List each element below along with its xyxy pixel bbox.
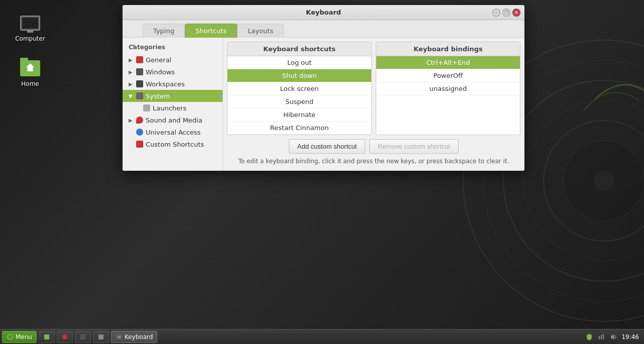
- windows-label: Windows: [146, 68, 175, 76]
- taskbar-app2-button[interactable]: [57, 331, 73, 343]
- sidebar-item-windows[interactable]: ▶ Windows: [123, 66, 223, 78]
- arrow-sound: ▶: [129, 118, 134, 123]
- svg-rect-11: [80, 334, 85, 339]
- taskbar-right: 19:46: [585, 333, 642, 341]
- mint-logo-icon: [7, 333, 14, 340]
- taskbar-app4-button[interactable]: [93, 331, 109, 343]
- clock: 19:46: [621, 333, 639, 340]
- window-body: Categories ▶ General ▶ Windows ▶ Workspa…: [123, 38, 524, 171]
- general-label: General: [146, 56, 171, 64]
- tab-bar: ‹ Typing Shortcuts Layouts: [123, 20, 524, 38]
- taskbar: Menu Keyboard: [0, 329, 644, 344]
- sidebar-item-access[interactable]: Universal Access: [123, 126, 223, 138]
- svg-point-10: [62, 334, 67, 339]
- windows-icon: [136, 68, 144, 76]
- svg-rect-14: [117, 336, 118, 337]
- tab-layouts[interactable]: Layouts: [237, 24, 284, 38]
- binding-row-ctrl-alt-end[interactable]: Ctrl+Alt+End: [376, 56, 520, 69]
- shortcut-row-shutdown[interactable]: Shut down: [228, 69, 371, 82]
- shortcut-row-restart[interactable]: Restart Cinnamon: [228, 122, 371, 135]
- desktop-icon-computer[interactable]: Computer: [10, 10, 50, 45]
- computer-icon: [18, 13, 42, 33]
- sidebar-item-launchers[interactable]: Launchers: [123, 102, 223, 114]
- svg-rect-12: [98, 334, 103, 339]
- svg-rect-16: [120, 336, 121, 337]
- svg-point-6: [594, 171, 614, 191]
- access-icon: [136, 128, 144, 136]
- shortcut-row-logout[interactable]: Log out: [228, 56, 371, 69]
- binding-row-poweroff[interactable]: PowerOff: [376, 69, 520, 82]
- bindings-panel-body: Ctrl+Alt+End PowerOff unassigned: [376, 56, 520, 135]
- custom-icon: [136, 140, 144, 148]
- maximize-button[interactable]: ❐: [502, 9, 510, 17]
- taskbar-menu-button[interactable]: Menu: [2, 331, 37, 343]
- shortcut-row-lockscreen[interactable]: Lock screen: [228, 82, 371, 95]
- shortcuts-panel: Keyboard shortcuts Log out Shut down Loc…: [227, 42, 372, 135]
- back-button[interactable]: ‹: [128, 39, 140, 51]
- app2-icon: [61, 333, 68, 340]
- binding-row-unassigned[interactable]: unassigned: [376, 82, 520, 95]
- taskbar-keyboard-button[interactable]: Keyboard: [111, 331, 157, 343]
- minimize-button[interactable]: –: [492, 9, 500, 17]
- workspaces-icon: [136, 80, 144, 88]
- files-icon: [43, 333, 50, 340]
- desktop-icon-home[interactable]: Home: [10, 55, 50, 90]
- hint-text: To edit a keyboard binding, click it and…: [227, 156, 520, 167]
- taskbar-app3-button[interactable]: [75, 331, 91, 343]
- main-content: Keyboard shortcuts Log out Shut down Loc…: [223, 38, 524, 171]
- volume-icon: [609, 333, 617, 341]
- custom-label: Custom Shortcuts: [146, 141, 204, 148]
- launchers-icon: [143, 104, 151, 112]
- tab-typing[interactable]: Typing: [143, 24, 185, 38]
- access-label: Universal Access: [146, 129, 200, 136]
- svg-rect-18: [599, 336, 600, 339]
- svg-rect-9: [44, 334, 49, 339]
- app3-icon: [79, 333, 86, 340]
- svg-point-8: [8, 335, 12, 339]
- bindings-panel-header: Keyboard bindings: [376, 42, 520, 56]
- sidebar-item-system[interactable]: ▼ System: [123, 90, 223, 102]
- window-title: Keyboard: [306, 9, 341, 16]
- system-icon: [136, 92, 144, 100]
- svg-rect-20: [603, 334, 604, 339]
- arrow-windows: ▶: [129, 69, 134, 75]
- general-icon: [136, 56, 144, 64]
- add-shortcut-button[interactable]: Add custom shortcut: [289, 139, 366, 154]
- shortcut-row-hibernate[interactable]: Hibernate: [228, 108, 371, 122]
- sidebar-item-workspaces[interactable]: ▶ Workspaces: [123, 78, 223, 90]
- panels-row: Keyboard shortcuts Log out Shut down Loc…: [227, 42, 520, 135]
- window-controls: – ❐ ✕: [492, 9, 520, 17]
- computer-icon-label: Computer: [15, 35, 45, 42]
- system-label: System: [146, 92, 170, 100]
- app4-icon: [97, 333, 104, 340]
- sound-label: Sound and Media: [146, 117, 202, 124]
- bottom-area: Add custom shortcut Remove custom shortc…: [227, 139, 520, 167]
- svg-rect-13: [116, 335, 122, 339]
- svg-marker-21: [611, 334, 614, 340]
- close-button[interactable]: ✕: [512, 9, 520, 17]
- tab-shortcuts[interactable]: Shortcuts: [185, 24, 237, 38]
- categories-sidebar: Categories ▶ General ▶ Windows ▶ Workspa…: [123, 38, 223, 171]
- remove-shortcut-button[interactable]: Remove custom shortcut: [369, 139, 459, 154]
- launchers-label: Launchers: [153, 104, 186, 112]
- home-folder-icon: [18, 58, 42, 78]
- sidebar-item-sound[interactable]: ▶ Sound and Media: [123, 114, 223, 126]
- arrow-system: ▼: [129, 93, 134, 99]
- sidebar-item-general[interactable]: ▶ General: [123, 54, 223, 66]
- shortcut-row-suspend[interactable]: Suspend: [228, 95, 371, 108]
- svg-rect-19: [601, 335, 602, 339]
- keyboard-taskbar-icon: [116, 333, 123, 340]
- network-icon: [597, 333, 605, 341]
- taskbar-files-button[interactable]: [39, 331, 55, 343]
- sidebar-item-custom[interactable]: Custom Shortcuts: [123, 138, 223, 150]
- arrow-workspaces: ▶: [129, 81, 134, 87]
- keyboard-window: Keyboard – ❐ ✕ ‹ Typing Shortcuts Layout…: [123, 5, 524, 171]
- button-row: Add custom shortcut Remove custom shortc…: [227, 139, 520, 154]
- svg-rect-17: [118, 337, 121, 338]
- shortcuts-panel-header: Keyboard shortcuts: [228, 42, 371, 56]
- home-icon-label: Home: [21, 80, 39, 87]
- workspaces-label: Workspaces: [146, 80, 185, 88]
- window-titlebar: Keyboard – ❐ ✕: [123, 5, 524, 20]
- shield-icon: [585, 333, 593, 341]
- menu-label: Menu: [16, 333, 32, 340]
